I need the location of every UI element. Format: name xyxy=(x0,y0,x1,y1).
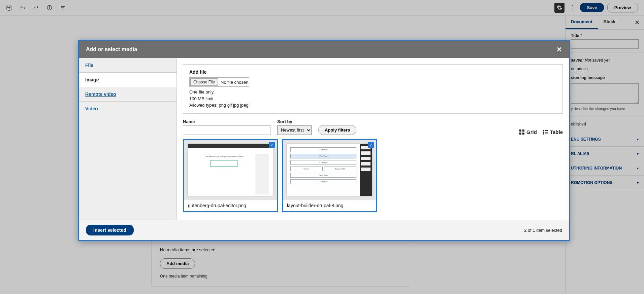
modal-title: Add or select media xyxy=(86,46,137,52)
upload-region: Add file Choose File No file chosen One … xyxy=(183,64,563,114)
apply-filters-button[interactable]: Apply filters xyxy=(318,125,356,135)
svg-rect-6 xyxy=(519,130,521,132)
svg-point-14 xyxy=(543,134,544,134)
media-item[interactable]: + Section Title Text + Section Teaser Te… xyxy=(282,139,377,212)
filter-sort-select[interactable]: Newest first xyxy=(277,125,312,135)
filter-sort-label: Sort by xyxy=(277,119,312,124)
media-type-tabs: File Image Remote video Video xyxy=(79,58,177,220)
svg-rect-7 xyxy=(522,130,524,132)
media-library-modal: Add or select media ✕ File Image Remote … xyxy=(78,40,570,241)
close-icon[interactable]: ✕ xyxy=(556,45,562,53)
svg-rect-9 xyxy=(522,133,524,135)
view-grid-toggle[interactable]: Grid xyxy=(519,129,537,135)
media-item[interactable]: The New Drupal Editing Experience is Her… xyxy=(183,139,278,212)
vtab-remote-video[interactable]: Remote video xyxy=(79,87,176,102)
item-checkbox[interactable]: ✓ xyxy=(269,142,275,148)
vtab-image[interactable]: Image xyxy=(79,73,176,87)
filter-name-label: Name xyxy=(183,119,270,124)
file-status: No file chosen xyxy=(221,80,248,85)
media-filename: gutenberg-drupal-editor.png xyxy=(184,200,277,211)
svg-point-10 xyxy=(543,130,544,131)
svg-point-12 xyxy=(543,132,544,133)
insert-selected-button[interactable]: Insert selected xyxy=(86,225,134,235)
item-checkbox[interactable]: ✓ xyxy=(368,142,374,148)
vtab-video[interactable]: Video xyxy=(79,102,176,116)
view-table-toggle[interactable]: Table xyxy=(543,129,563,135)
svg-rect-8 xyxy=(519,133,521,135)
choose-file-button[interactable]: Choose File xyxy=(190,78,218,86)
list-icon xyxy=(543,130,548,135)
grid-icon xyxy=(519,130,524,135)
upload-heading: Add file xyxy=(189,69,556,75)
filter-name-input[interactable] xyxy=(183,125,270,135)
media-filename: layout-builder-drupal-8.png xyxy=(283,200,376,211)
selection-status: 2 of 1 item selected xyxy=(524,228,562,233)
vtab-file[interactable]: File xyxy=(79,58,176,73)
